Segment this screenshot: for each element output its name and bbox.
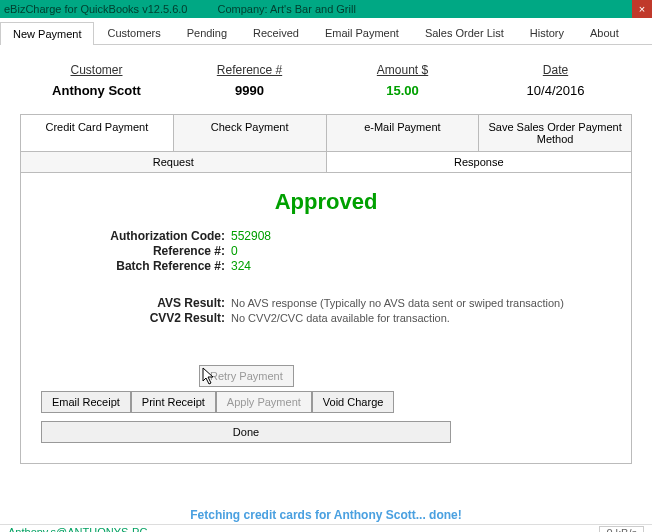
response-panel: Approved Authorization Code:552908Refere…	[20, 173, 632, 464]
retry-payment-button: Retry Payment	[199, 365, 294, 387]
tab-received[interactable]: Received	[240, 21, 312, 44]
date-val: 10/4/2016	[506, 83, 606, 98]
paytab-check-payment[interactable]: Check Payment	[174, 115, 327, 151]
apply-payment-button: Apply Payment	[216, 391, 312, 413]
status-label: Approved	[31, 189, 621, 215]
footer: Fetching credit cards for Anthony Scott.…	[0, 508, 652, 532]
request-response-tabs: RequestResponse	[20, 152, 632, 173]
tab-about[interactable]: About	[577, 21, 632, 44]
customer-val: Anthony Scott	[47, 83, 147, 98]
content-area: Customer Anthony Scott Reference # 9990 …	[0, 45, 652, 532]
footer-message: Fetching credit cards for Anthony Scott.…	[0, 508, 652, 522]
row-label: CVV2 Result:	[61, 311, 231, 325]
amount-val: 15.00	[353, 83, 453, 98]
company-title: Company: Art's Bar and Grill	[217, 3, 355, 15]
void-charge-button[interactable]: Void Charge	[312, 391, 395, 413]
reference-val: 9990	[200, 83, 300, 98]
tab-sales-order-list[interactable]: Sales Order List	[412, 21, 517, 44]
amount-head: Amount $	[353, 63, 453, 77]
subtab-response[interactable]: Response	[327, 152, 632, 172]
row-label: Reference #:	[61, 244, 231, 258]
tab-email-payment[interactable]: Email Payment	[312, 21, 412, 44]
payment-summary: Customer Anthony Scott Reference # 9990 …	[20, 63, 632, 98]
row-value: 552908	[231, 229, 271, 243]
row-value: No AVS response (Typically no AVS data s…	[231, 297, 564, 309]
tab-customers[interactable]: Customers	[94, 21, 173, 44]
speed-label: 0 kB/s	[599, 526, 644, 532]
reference-head: Reference #	[200, 63, 300, 77]
payment-type-tabs: Credit Card PaymentCheck Paymente-Mail P…	[20, 114, 632, 152]
paytab-credit-card-payment[interactable]: Credit Card Payment	[21, 115, 174, 151]
row-value: No CVV2/CVC data available for transacti…	[231, 312, 450, 324]
button-area: Retry Payment Email Receipt Print Receip…	[31, 365, 621, 443]
response-row: Reference #:0	[61, 244, 621, 258]
subtab-request[interactable]: Request	[21, 152, 327, 172]
row-label: Batch Reference #:	[61, 259, 231, 273]
tab-history[interactable]: History	[517, 21, 577, 44]
app-title: eBizCharge for QuickBooks v12.5.6.0	[4, 3, 187, 15]
done-button[interactable]: Done	[41, 421, 451, 443]
response-row: Batch Reference #:324	[61, 259, 621, 273]
row-value: 0	[231, 244, 238, 258]
row-label: Authorization Code:	[61, 229, 231, 243]
response-rows2: AVS Result:No AVS response (Typically no…	[61, 296, 621, 325]
response-row: CVV2 Result:No CVV2/CVC data available f…	[61, 311, 621, 325]
row-value: 324	[231, 259, 251, 273]
status-bar: Anthony.s@ANTHONYS-PC 0 kB/s	[0, 524, 652, 532]
response-row: AVS Result:No AVS response (Typically no…	[61, 296, 621, 310]
row-label: AVS Result:	[61, 296, 231, 310]
close-icon[interactable]: ×	[632, 0, 652, 18]
paytab-e-mail-payment[interactable]: e-Mail Payment	[327, 115, 480, 151]
paytab-save-sales-order-payment-method[interactable]: Save Sales Order Payment Method	[479, 115, 631, 151]
tab-pending[interactable]: Pending	[174, 21, 240, 44]
response-row: Authorization Code:552908	[61, 229, 621, 243]
tab-new-payment[interactable]: New Payment	[0, 22, 94, 45]
email-receipt-button[interactable]: Email Receipt	[41, 391, 131, 413]
date-head: Date	[506, 63, 606, 77]
customer-head: Customer	[47, 63, 147, 77]
user-label: Anthony.s@ANTHONYS-PC	[8, 526, 147, 532]
print-receipt-button[interactable]: Print Receipt	[131, 391, 216, 413]
main-tabs: New PaymentCustomersPendingReceivedEmail…	[0, 18, 652, 45]
response-rows: Authorization Code:552908Reference #:0Ba…	[61, 229, 621, 273]
title-bar: eBizCharge for QuickBooks v12.5.6.0 Comp…	[0, 0, 652, 18]
